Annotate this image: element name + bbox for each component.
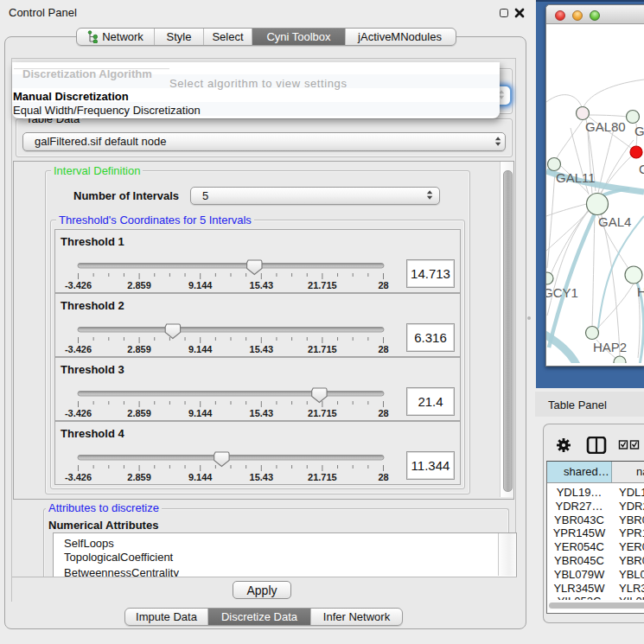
svg-text:-3.426: -3.426 — [65, 472, 92, 482]
svg-text:-3.426: -3.426 — [65, 408, 92, 418]
svg-text:28: 28 — [378, 280, 388, 290]
svg-text:9.144: 9.144 — [188, 408, 213, 418]
svg-text:2.859: 2.859 — [127, 408, 151, 418]
svg-text:28: 28 — [378, 344, 388, 354]
svg-text:2.859: 2.859 — [127, 280, 151, 290]
svg-text:2.859: 2.859 — [127, 472, 151, 482]
svg-text:15.43: 15.43 — [250, 344, 274, 354]
svg-text:G: G — [639, 162, 644, 176]
svg-text:GCY1: GCY1 — [546, 285, 578, 300]
svg-text:15.43: 15.43 — [250, 408, 274, 418]
svg-text:-3.426: -3.426 — [65, 280, 92, 290]
svg-text:GAL11: GAL11 — [556, 170, 596, 185]
svg-text:2.859: 2.859 — [127, 344, 151, 354]
svg-text:GAL4: GAL4 — [598, 214, 631, 229]
svg-text:9.144: 9.144 — [188, 280, 213, 290]
svg-text:28: 28 — [378, 472, 388, 482]
svg-text:21.715: 21.715 — [308, 344, 337, 354]
svg-text:21.715: 21.715 — [308, 280, 337, 290]
svg-text:15.43: 15.43 — [250, 280, 274, 290]
svg-text:G.: G. — [634, 124, 644, 138]
svg-text:H: H — [637, 284, 644, 299]
svg-text:28: 28 — [378, 408, 388, 418]
svg-text:9.144: 9.144 — [188, 472, 213, 482]
svg-text:21.715: 21.715 — [308, 408, 337, 418]
svg-text:-3.426: -3.426 — [65, 344, 92, 354]
svg-text:HAP2: HAP2 — [593, 340, 627, 354]
svg-text:9.144: 9.144 — [188, 344, 213, 354]
svg-text:21.715: 21.715 — [308, 472, 337, 482]
svg-text:GAL80: GAL80 — [585, 119, 626, 134]
svg-text:15.43: 15.43 — [250, 472, 274, 482]
